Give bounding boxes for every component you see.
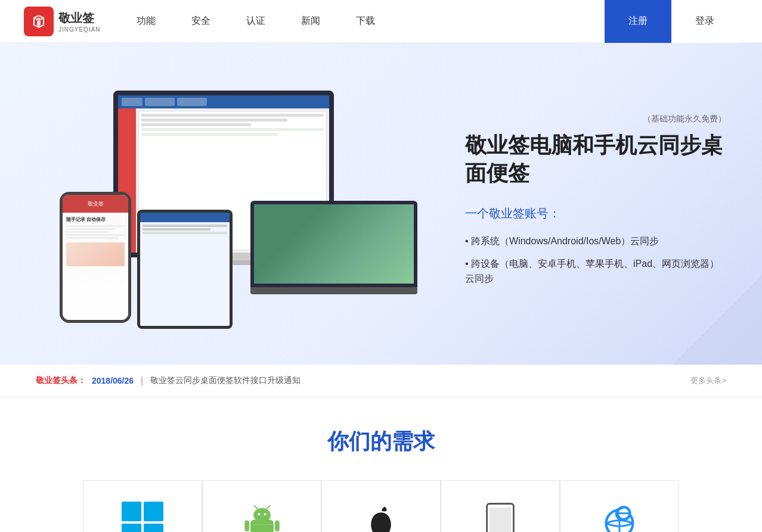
hero-title: 敬业签电脑和手机云同步桌面便签 [465,132,726,188]
needs-cards: Windows [24,480,738,532]
header-actions: 注册 登录 [605,0,738,43]
logo[interactable]: 敬业签 JINGYEQIAN [24,7,101,36]
svg-point-3 [253,508,271,521]
logo-text: 敬业签 JINGYEQIAN [58,10,101,33]
svg-line-7 [267,505,270,508]
device-tablet [137,210,233,329]
needs-section: 你们的需求 Windows [0,397,762,532]
svg-line-6 [254,505,257,508]
hero-triangle-decoration [673,275,762,365]
logo-icon [24,7,54,36]
windows-icon [119,499,166,532]
svg-rect-8 [244,520,249,531]
card-ipad[interactable]: IPad [441,480,560,532]
apple-icon [357,499,405,532]
main-header: 敬业签 JINGYEQIAN 功能 安全 认证 新闻 下载 注册 登录 [0,0,762,43]
device-laptop [250,201,417,311]
card-android[interactable]: Android [202,480,321,532]
hero-section: 敬业签 随手记录 自动保存 [0,43,762,365]
android-icon [238,499,286,532]
register-button[interactable]: 注册 [605,0,671,43]
login-button[interactable]: 登录 [671,0,738,43]
nav-news[interactable]: 新闻 [301,15,320,27]
card-iphone[interactable]: IPhone [321,480,441,532]
ie-icon [596,499,643,532]
nav-cert[interactable]: 认证 [246,15,265,27]
svg-rect-9 [274,520,279,531]
hero-devices: 敬业签 随手记录 自动保存 [36,79,441,329]
ticker-divider: | [141,375,143,386]
svg-point-4 [258,513,260,515]
ticker-label: 敬业签头条： [36,375,86,386]
nav-security[interactable]: 安全 [191,15,210,27]
svg-rect-14 [490,508,511,532]
hero-feature-1: • 跨系统（Windows/Android/Ios/Web）云同步 [465,234,726,249]
hero-account: 一个敬业签账号： [465,206,726,222]
hero-subtitle: （基础功能永久免费） [465,114,726,125]
device-phone: 敬业签 随手记录 自动保存 [60,192,131,323]
main-nav: 功能 安全 认证 新闻 下载 [137,15,605,27]
nav-function[interactable]: 功能 [137,15,156,27]
ticker-more-link[interactable]: 更多头条> [690,375,726,386]
card-web[interactable]: 网页版 [560,480,679,532]
needs-title: 你们的需求 [24,427,738,456]
card-windows[interactable]: Windows [83,480,202,532]
ticker-text: 敬业签云同步桌面便签软件接口升级通知 [150,375,690,386]
hero-content: （基础功能永久免费） 敬业签电脑和手机云同步桌面便签 一个敬业签账号： • 跨系… [441,114,726,293]
nav-download[interactable]: 下载 [356,15,375,27]
svg-rect-20 [617,512,630,514]
ticker-date: 2018/06/26 [92,376,134,385]
news-ticker: 敬业签头条： 2018/06/26 | 敬业签云同步桌面便签软件接口升级通知 更… [0,365,762,397]
svg-point-5 [264,513,266,515]
ipad-icon [476,499,524,532]
